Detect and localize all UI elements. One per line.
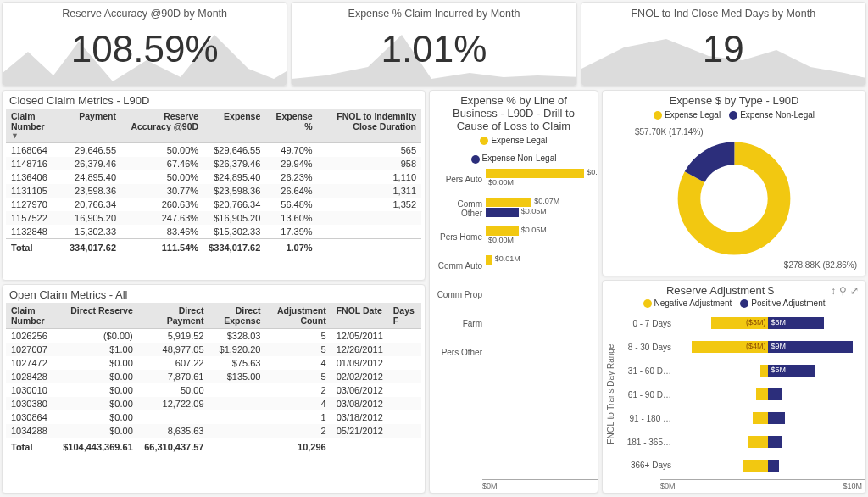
closed-claim-table[interactable]: Claim Number▼ Payment Reserve Accuracy @…: [6, 109, 421, 254]
table-total-row: Total 334,017.62 111.54% $334,017.62 1.0…: [6, 239, 421, 255]
table-row[interactable]: 113110523,598.3630.77%$23,598.3626.64%1,…: [6, 184, 421, 198]
lob-x-axis: $0M: [482, 479, 598, 493]
col-claim[interactable]: Claim Number▼: [6, 109, 64, 143]
bar-row[interactable]: 366+ Days: [617, 457, 862, 474]
adj-bar-chart[interactable]: 0 - 7 Days ($3M) $6M 8 - 30 Days ($4M) $…: [617, 311, 862, 477]
card-toolbar: ↕ ⚲ ⤢: [831, 285, 859, 297]
col-adj[interactable]: Adjustment Count: [265, 303, 331, 329]
sort-icon[interactable]: ↕: [831, 285, 836, 297]
kpi-value: 1.01%: [381, 20, 487, 79]
bar-row[interactable]: Comm Other $0.07M $0.05M: [437, 198, 591, 220]
reserve-adj-card[interactable]: Reserve Adjustment $ ↕ ⚲ ⤢ Negative Adju…: [602, 280, 866, 494]
adj-y-axis-label: FNOL to Trans Day Range: [604, 311, 617, 477]
kpi-reserve-accuracy[interactable]: Reserve Accuracy @90D by Month 108.59%: [2, 2, 287, 87]
col-expense[interactable]: Expense: [203, 109, 265, 143]
left-column: Closed Claim Metrics - L90D Claim Number…: [2, 90, 426, 494]
lob-legend: Expense Legal Expense Non-Legal: [430, 134, 598, 165]
table-row[interactable]: 1030380$0.0012,722.09403/08/2012: [6, 397, 421, 410]
main-row: Closed Claim Metrics - L90D Claim Number…: [2, 90, 866, 494]
right-column: Expense $ by Type - L90D Expense Legal E…: [602, 90, 866, 494]
table-row[interactable]: 1026256($0.00)5,919.52$328.03512/05/2011: [6, 329, 421, 343]
donut-slice-label-legal: $278.88K (82.86%): [784, 260, 857, 271]
panel-title: Expense % by Line of Business - L90D - D…: [430, 91, 598, 134]
col-expensepct[interactable]: Expense %: [265, 109, 317, 143]
col-reserve[interactable]: Reserve Accuracy @90D: [121, 109, 203, 143]
col-payment[interactable]: Direct Payment: [138, 303, 209, 329]
panel-title: Open Claim Metrics - All: [3, 285, 425, 303]
open-claim-card[interactable]: Open Claim Metrics - All Claim Number Di…: [2, 284, 426, 494]
table-row[interactable]: 113640624,895.4050.00%$24,895.4026.23%1,…: [6, 170, 421, 184]
bar-row[interactable]: Pers Other: [437, 342, 591, 364]
col-claim[interactable]: Claim Number: [6, 303, 58, 329]
filter-icon[interactable]: ⚲: [839, 285, 847, 297]
kpi-title: FNOL to Ind Close Med Days by Month: [631, 3, 815, 20]
donut-slice-label-nonlegal: $57.70K (17.14%): [635, 126, 704, 137]
col-days[interactable]: Days F: [388, 303, 421, 329]
closed-claim-card[interactable]: Closed Claim Metrics - L90D Claim Number…: [2, 90, 426, 281]
lob-card[interactable]: Expense % by Line of Business - L90D - D…: [429, 90, 598, 494]
bar-row[interactable]: Comm Auto $0.01M: [437, 255, 591, 277]
donut-card[interactable]: Expense $ by Type - L90D Expense Legal E…: [602, 90, 866, 276]
adj-legend: Negative Adjustment Positive Adjustment: [603, 297, 865, 310]
focus-icon[interactable]: ⤢: [850, 285, 859, 297]
table-row[interactable]: 1027472$0.00607.22$75.63401/09/2012: [6, 356, 421, 370]
table-row[interactable]: 1028428$0.007,870.61$135.00502/02/2012: [6, 370, 421, 383]
col-fnol[interactable]: FNOL to Indemnity Close Duration: [318, 109, 421, 143]
donut-chart[interactable]: $57.70K (17.14%) $278.88K (82.86%): [603, 121, 865, 276]
table-total-row: Total $104,443,369.61 66,310,437.57 10,2…: [6, 438, 421, 455]
col-payment[interactable]: Payment: [64, 109, 121, 143]
kpi-value: 19: [703, 20, 744, 79]
bar-row[interactable]: Pers Auto $0.15M $0.00M: [437, 169, 591, 191]
dashboard: Reserve Accuracy @90D by Month 108.59% E…: [0, 0, 868, 495]
donut-legend: Expense Legal Expense Non-Legal: [603, 109, 865, 121]
table-row[interactable]: 115752216,905.20247.63%$16,905.2013.60%: [6, 211, 421, 225]
open-claim-table[interactable]: Claim Number Direct Reserve Direct Payme…: [6, 303, 421, 454]
table-row[interactable]: 114871626,379.4667.46%$26,379.4629.94%95…: [6, 157, 421, 170]
adj-x-axis: $0M$10M: [660, 479, 865, 493]
table-row[interactable]: 112797020,766.34260.63%$20,766.3456.48%1…: [6, 198, 421, 211]
table-row[interactable]: 1030010$0.0050.00203/06/2012: [6, 383, 421, 397]
kpi-row: Reserve Accuracy @90D by Month 108.59% E…: [2, 2, 866, 87]
bar-row[interactable]: 31 - 60 D… $5M: [617, 362, 862, 379]
kpi-value: 108.59%: [71, 20, 219, 79]
table-row[interactable]: 1027007$1.0048,977.05$1,920.20512/26/201…: [6, 343, 421, 356]
bar-row[interactable]: Comm Prop: [437, 284, 591, 306]
table-row[interactable]: 116806429,646.5550.00%$29,646.5549.70%56…: [6, 143, 421, 158]
panel-title: Expense $ by Type - L90D: [603, 91, 865, 109]
table-row[interactable]: 1030864$0.00103/18/2012: [6, 410, 421, 424]
kpi-title: Expense % Claim Incurred by Month: [348, 3, 520, 20]
panel-title: Reserve Adjustment $: [609, 284, 831, 297]
kpi-fnol-days[interactable]: FNOL to Ind Close Med Days by Month 19: [581, 2, 866, 87]
bar-row[interactable]: 61 - 90 D…: [617, 386, 862, 403]
col-expense[interactable]: Direct Expense: [209, 303, 266, 329]
svg-point-1: [689, 154, 779, 243]
kpi-title: Reserve Accuracy @90D by Month: [62, 3, 227, 20]
donut-svg: [675, 139, 793, 258]
kpi-expense-pct[interactable]: Expense % Claim Incurred by Month 1.01%: [291, 2, 576, 87]
bar-row[interactable]: Pers Home $0.05M $0.00M: [437, 226, 591, 248]
bar-row[interactable]: 0 - 7 Days ($3M) $6M: [617, 315, 862, 332]
bar-row[interactable]: 8 - 30 Days ($4M) $9M: [617, 338, 862, 355]
bar-row[interactable]: 181 - 365…: [617, 433, 862, 450]
table-row[interactable]: 113284815,302.3383.46%$15,302.3317.39%: [6, 225, 421, 239]
lob-bar-chart[interactable]: Pers Auto $0.15M $0.00M Comm Other $0.07…: [430, 165, 598, 479]
bar-row[interactable]: 91 - 180 …: [617, 410, 862, 427]
table-row[interactable]: 1034288$0.008,635.63205/21/2012: [6, 424, 421, 438]
col-date[interactable]: FNOL Date: [331, 303, 388, 329]
bar-row[interactable]: Farm: [437, 313, 591, 335]
col-reserve[interactable]: Direct Reserve: [58, 303, 138, 329]
panel-title: Closed Claim Metrics - L90D: [3, 91, 425, 109]
